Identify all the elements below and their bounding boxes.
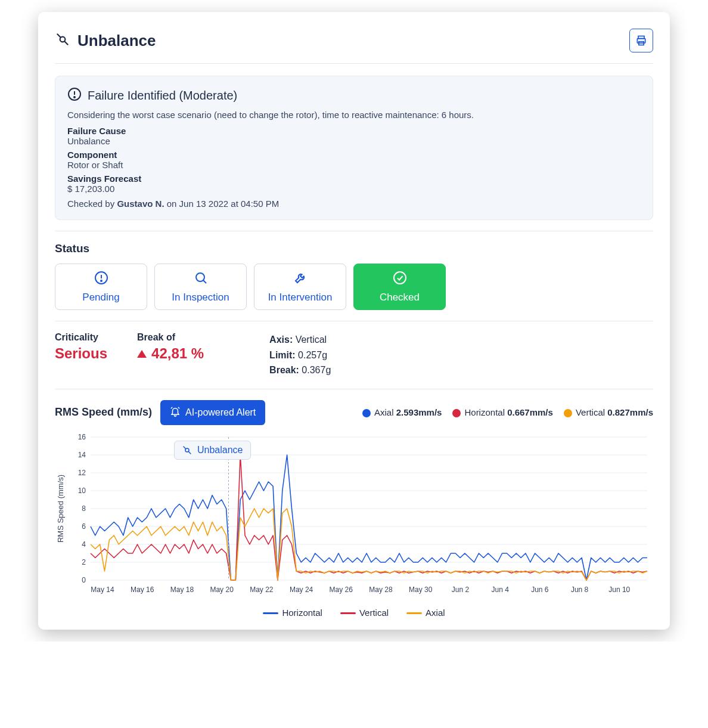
chart-wrap: Unbalance 0246810121416RMS Speed (mm/s)M… <box>55 431 653 604</box>
svg-text:Jun 6: Jun 6 <box>531 586 549 594</box>
alert-circle-icon <box>67 87 82 104</box>
metrics-row: Criticality Serious Break of 42,81 % Axi… <box>55 332 653 378</box>
svg-text:4: 4 <box>82 540 86 549</box>
status-button-row: Pending In Inspection In Intervention Ch… <box>55 264 653 310</box>
status-label: Pending <box>82 292 119 303</box>
legend-axial: Axial 2.593mm/s <box>362 407 442 417</box>
chart-header: RMS Speed (mm/s) AI-powered Alert Axial … <box>55 400 653 425</box>
legend-horizontal: Horizontal 0.667mm/s <box>452 407 552 417</box>
divider <box>55 321 653 321</box>
dot-icon <box>452 409 461 417</box>
line-icon <box>263 612 278 614</box>
svg-text:16: 16 <box>78 433 86 441</box>
legend-item-horizontal: Horizontal <box>263 608 322 618</box>
criticality-label: Criticality <box>55 332 107 343</box>
field-label: Savings Forecast <box>67 174 641 184</box>
divider <box>55 231 653 231</box>
failure-heading: Failure Identified (Moderate) <box>88 89 237 103</box>
svg-text:6: 6 <box>82 522 86 531</box>
failure-cause-field: Failure Cause Unbalance <box>67 126 641 146</box>
legend-top: Axial 2.593mm/s Horizontal 0.667mm/s Ver… <box>362 407 653 417</box>
svg-text:12: 12 <box>78 469 86 477</box>
divider <box>55 389 653 389</box>
status-label: In Inspection <box>172 292 229 303</box>
svg-text:May 24: May 24 <box>290 586 313 594</box>
break-of-label: Break of <box>137 332 204 343</box>
status-checked-button[interactable]: Checked <box>353 264 446 310</box>
svg-text:May 26: May 26 <box>330 586 353 594</box>
svg-text:0: 0 <box>82 576 86 584</box>
legend-vertical: Vertical 0.827mm/s <box>564 407 653 417</box>
field-value: Unbalance <box>67 136 110 146</box>
search-icon <box>194 271 208 288</box>
line-icon <box>406 612 422 614</box>
svg-text:8: 8 <box>82 504 86 513</box>
ai-alert-button[interactable]: AI-powered Alert <box>160 400 265 425</box>
wrench-icon <box>293 271 308 288</box>
criticality-value: Serious <box>55 345 107 362</box>
bell-icon <box>170 406 181 419</box>
status-intervention-button[interactable]: In Intervention <box>254 264 346 310</box>
svg-text:May 28: May 28 <box>369 586 393 594</box>
unbalance-icon <box>55 32 70 49</box>
status-inspection-button[interactable]: In Inspection <box>154 264 247 310</box>
svg-text:14: 14 <box>78 451 86 459</box>
svg-text:2: 2 <box>82 558 86 566</box>
savings-forecast-field: Savings Forecast $ 17,203.00 <box>67 174 641 194</box>
component-field: Component Rotor or Shaft <box>67 150 641 170</box>
alert-circle-icon <box>94 271 108 288</box>
svg-text:May 20: May 20 <box>210 586 234 594</box>
svg-text:May 14: May 14 <box>91 586 114 594</box>
rms-speed-chart: 0246810121416RMS Speed (mm/s)May 14May 1… <box>55 431 653 604</box>
svg-text:May 22: May 22 <box>250 586 274 594</box>
unbalance-tag-label: Unbalance <box>197 445 243 456</box>
unbalance-tag[interactable]: Unbalance <box>174 441 251 460</box>
svg-text:Jun 4: Jun 4 <box>491 586 509 594</box>
break-of-value: 42,81 % <box>151 345 204 362</box>
dot-icon <box>362 409 371 417</box>
svg-line-11 <box>203 280 206 283</box>
dot-icon <box>564 409 572 417</box>
criticality-metric: Criticality Serious <box>55 332 107 362</box>
ai-alert-label: AI-powered Alert <box>185 407 256 418</box>
svg-point-12 <box>394 272 406 284</box>
failure-description: Considering the worst case scenario (nee… <box>67 110 641 120</box>
svg-text:RMS Speed (mm/s): RMS Speed (mm/s) <box>56 475 65 543</box>
status-heading: Status <box>55 242 653 255</box>
field-label: Failure Cause <box>67 126 641 136</box>
break-of-metric: Break of 42,81 % <box>137 332 204 362</box>
legend-bottom: Horizontal Vertical Axial <box>55 608 653 618</box>
field-label: Component <box>67 150 641 160</box>
svg-text:Jun 2: Jun 2 <box>452 586 470 594</box>
legend-item-vertical: Vertical <box>340 608 389 618</box>
status-label: Checked <box>380 292 420 303</box>
page-title: Unbalance <box>77 32 156 50</box>
svg-text:Jun 10: Jun 10 <box>608 586 630 594</box>
failure-info-panel: Failure Identified (Moderate) Considerin… <box>55 76 653 220</box>
axis-info: Axis: Vertical Limit: 0.257g Break: 0.36… <box>269 332 331 378</box>
print-button[interactable] <box>629 29 653 52</box>
card-header: Unbalance <box>55 29 653 64</box>
svg-point-9 <box>101 280 102 281</box>
legend-item-axial: Axial <box>406 608 445 618</box>
status-label: In Intervention <box>268 292 333 303</box>
svg-text:10: 10 <box>78 487 86 495</box>
check-circle-icon <box>393 271 407 288</box>
field-value: Rotor or Shaft <box>67 160 123 170</box>
svg-text:May 16: May 16 <box>131 586 154 594</box>
svg-text:May 30: May 30 <box>409 586 433 594</box>
svg-point-6 <box>74 97 75 98</box>
unbalance-card: Unbalance Failure Identified (Moderate) … <box>38 12 670 630</box>
svg-text:May 18: May 18 <box>170 586 194 594</box>
field-value: $ 17,203.00 <box>67 184 114 194</box>
triangle-up-icon <box>137 350 147 358</box>
svg-text:Jun 8: Jun 8 <box>571 586 589 594</box>
checked-by-text: Checked by Gustavo N. on Jun 13 2022 at … <box>67 199 641 209</box>
line-icon <box>340 612 356 614</box>
status-pending-button[interactable]: Pending <box>55 264 147 310</box>
svg-point-10 <box>196 273 204 281</box>
chart-title: RMS Speed (mm/s) <box>55 406 152 419</box>
